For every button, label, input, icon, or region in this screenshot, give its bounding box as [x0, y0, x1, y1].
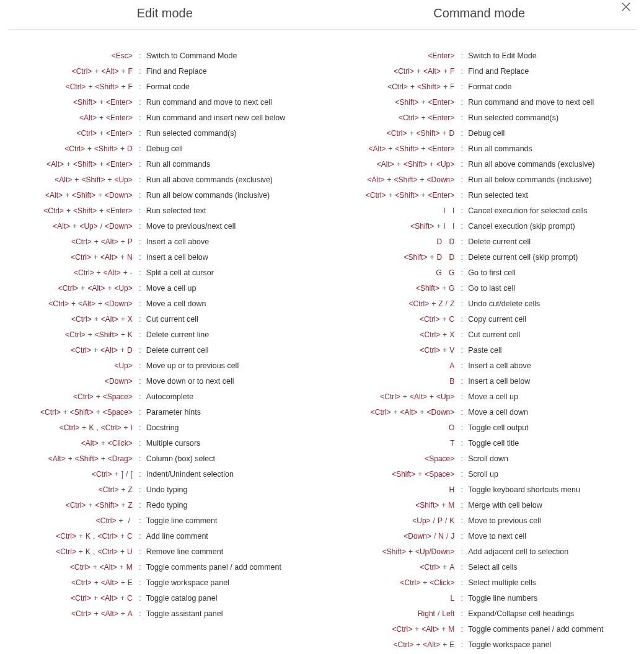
key-token: <Shift>	[404, 160, 427, 169]
key-token: <Ctrl>	[394, 640, 414, 649]
key-token: Z	[128, 501, 132, 510]
key-token: <Ctrl>	[97, 532, 118, 541]
key-token: <Up>	[114, 175, 132, 184]
shortcut-description: Docstring	[144, 423, 316, 433]
shortcut-description: Toggle workspace panel	[144, 578, 316, 588]
key-token: <Shift>	[404, 253, 428, 262]
shortcut-row: <Alt>+<Shift>+<Up>:Run all above command…	[329, 157, 638, 172]
shortcut-row: <Ctrl>+K,<Ctrl>+U:Remove line comment	[6, 544, 316, 560]
shortcut-description: Run selected command(s)	[144, 129, 316, 138]
key-token: <Drag>	[108, 454, 133, 463]
shortcut-description: Toggle comments panel / add comment	[144, 563, 316, 572]
shortcut-description: Toggle catalog panel	[144, 594, 316, 603]
shortcut-description: Undo typing	[144, 485, 316, 495]
key-token: -	[130, 268, 133, 277]
shortcut-row: <Alt>+<Up>/<Down>:Move to previous/next …	[6, 219, 316, 234]
shortcut-description: Debug cell	[465, 129, 638, 138]
shortcut-description: Insert a cell below	[465, 377, 638, 386]
key-token: <Shift>	[95, 501, 118, 510]
shortcut-row: <Alt>+<Shift>+<Down>:Run all below comma…	[6, 188, 316, 203]
key-token: <Enter>	[428, 113, 455, 122]
shortcut-description: Run command and move to next cell	[465, 98, 638, 107]
key-token: <Ctrl>	[65, 330, 86, 339]
shortcut-description: Select multiple cells	[465, 578, 638, 588]
key-token: <Ctrl>	[66, 82, 86, 91]
shortcut-description: Cut current cell	[144, 315, 316, 324]
shortcut-description: Toggle cell title	[465, 439, 638, 448]
key-token: <Ctrl>	[40, 408, 61, 417]
shortcut-keys: <Enter>	[329, 51, 459, 61]
shortcut-description: Multiple cursors	[144, 439, 316, 448]
shortcut-description: Cancel execution for selected cells	[465, 206, 638, 216]
key-token: Right	[418, 609, 435, 618]
key-token: J	[451, 532, 454, 541]
shortcut-row: <Alt>+<Shift>+<Up>:Run all above command…	[6, 172, 316, 188]
key-token: <Shift>	[395, 144, 419, 153]
key-token: <Ctrl>	[71, 315, 92, 324]
shortcut-keys: <Shift>+M	[329, 501, 459, 510]
key-token: <Ctrl>	[394, 67, 414, 76]
key-token: <Ctrl>	[71, 578, 92, 587]
key-token: <Shift>	[72, 191, 95, 200]
shortcut-keys: <Ctrl>+<Alt>+E	[6, 578, 136, 588]
shortcut-description: Move to next cell	[465, 532, 638, 541]
key-token: <Ctrl>	[420, 563, 441, 572]
key-token: <Alt>	[48, 454, 66, 463]
shortcut-keys: <Ctrl>+<Alt>+F	[329, 67, 459, 76]
key-token: D	[127, 346, 133, 355]
shortcut-keys: <Shift>+<Space>	[329, 470, 459, 479]
shortcut-keys: <Ctrl>+V	[329, 346, 459, 355]
key-token: <Up>	[114, 284, 132, 293]
key-token: M	[448, 501, 454, 510]
key-token: L	[451, 594, 455, 603]
shortcut-row: <Ctrl>+]/[:Indent/Unindent selection	[6, 467, 316, 482]
close-icon[interactable]	[622, 2, 634, 15]
shortcut-row: <Enter>:Switch to Edit Mode	[329, 48, 638, 64]
shortcut-row: <Alt>+<Enter>:Run command and insert new…	[6, 110, 316, 126]
shortcut-keys: <Alt>+<Shift>+<Enter>	[6, 160, 136, 169]
shortcut-row: <Ctrl>+<Alt>+-:Split a cell at cursor	[6, 265, 316, 281]
shortcut-description: Run all below commands (inclusive)	[465, 175, 638, 185]
key-token: <Alt>	[100, 594, 118, 603]
shortcut-description: Find and Replace	[144, 67, 316, 76]
shortcut-keys: <Ctrl>+<Enter>	[6, 129, 136, 138]
shortcut-description: Run all above commands (exclusive)	[144, 175, 316, 185]
edit-mode-column: <Esc>:Switch to Command Mode<Ctrl>+<Alt>…	[0, 48, 322, 654]
key-token: <Ctrl>	[387, 129, 407, 138]
shortcut-keys: <Alt>+<Shift>+<Up>	[6, 175, 136, 185]
key-token: <Ctrl>	[64, 144, 85, 153]
shortcut-keys: <Ctrl>+C	[329, 315, 459, 324]
key-token: <Down>	[105, 191, 133, 200]
shortcut-keys: <Space>	[329, 454, 459, 464]
shortcut-keys: <Shift>+G	[329, 284, 459, 293]
shortcut-keys: L	[329, 594, 459, 603]
shortcut-row: <Ctrl>+<Shift>+D:Debug cell	[6, 141, 316, 157]
key-token: N	[438, 532, 444, 541]
shortcut-description: Toggle line comment	[144, 516, 316, 526]
key-token: <Shift>	[70, 408, 94, 417]
shortcut-keys: <Up>/P/K	[329, 516, 459, 526]
shortcuts-dialog: Edit mode Command mode <Esc>:Switch to C…	[0, 0, 644, 654]
key-token: <Up>	[412, 516, 430, 525]
key-token: <Ctrl>	[48, 299, 69, 308]
shortcut-row: T:Toggle cell title	[329, 436, 638, 451]
shortcut-row: <Ctrl>+<Shift>+D:Debug cell	[329, 126, 638, 141]
shortcut-row: <Ctrl>+<Alt>+F:Find and Replace	[6, 64, 316, 79]
key-token: <Shift>	[395, 98, 419, 107]
shortcut-description: Insert a cell above	[144, 237, 316, 247]
shortcut-keys: <Ctrl>+<Click>	[329, 578, 459, 588]
shortcut-keys: <Ctrl>+<Alt>+P	[6, 237, 136, 247]
key-token: <Alt>	[367, 175, 384, 184]
shortcut-row: A:Insert a cell above	[329, 358, 638, 374]
key-token: <Ctrl>	[392, 625, 413, 634]
key-token: <Ctrl>	[58, 284, 79, 293]
shortcut-keys: <Ctrl>+<Enter>	[329, 113, 459, 123]
key-token: <Ctrl>	[70, 563, 90, 572]
key-token: <Alt>	[45, 191, 63, 200]
key-token: <Alt>	[423, 640, 440, 649]
key-token: E	[449, 640, 454, 649]
shortcut-description: Run all commands	[144, 160, 316, 169]
shortcut-row: H:Toggle keyboard shortcuts menu	[329, 482, 638, 498]
key-token: <Ctrl>	[56, 547, 76, 556]
key-token: Z	[128, 485, 132, 494]
